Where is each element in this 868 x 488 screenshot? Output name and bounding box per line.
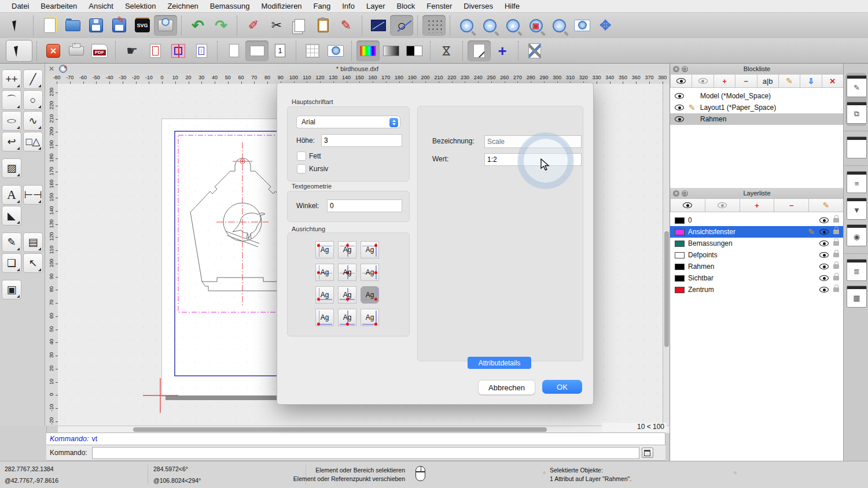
- alignment-button-4[interactable]: Ag: [315, 264, 334, 281]
- line-tools-button[interactable]: ╱: [23, 69, 43, 89]
- cut-button[interactable]: ✂: [265, 15, 288, 36]
- print-preview-button[interactable]: [154, 15, 177, 36]
- layer-lock-icon[interactable]: [833, 241, 839, 246]
- menu-info[interactable]: Info: [336, 2, 361, 10]
- viewport-panel-button[interactable]: [847, 136, 867, 158]
- block-visibility-icon[interactable]: [675, 105, 684, 110]
- block-row-rahmen[interactable]: Rahmen: [670, 113, 844, 125]
- spline-tools-button[interactable]: ∿: [23, 111, 43, 131]
- layer-lock-icon[interactable]: [833, 276, 839, 280]
- add-layer-button[interactable]: +: [740, 198, 775, 212]
- layer-lock-icon[interactable]: [833, 264, 839, 269]
- layer-row-bemassungen[interactable]: Bemassungen: [670, 238, 844, 249]
- attributdetails-button[interactable]: Attributdetails: [468, 357, 531, 369]
- preferences-button[interactable]: [523, 40, 546, 61]
- restriction-off-button[interactable]: ○: [390, 15, 413, 36]
- circle-tools-button[interactable]: ○: [23, 90, 43, 110]
- layer-row-sichtbar[interactable]: Sichtbar: [670, 272, 844, 284]
- paste-button[interactable]: [311, 15, 334, 36]
- cad-tools-button[interactable]: ✎: [2, 232, 21, 252]
- command-line-panel-button[interactable]: ≣: [847, 259, 867, 281]
- undo-button[interactable]: ↶: [186, 15, 209, 36]
- layer-visibility-icon[interactable]: [819, 252, 829, 258]
- ok-button[interactable]: OK: [542, 380, 582, 394]
- layer-lock-icon[interactable]: [833, 253, 839, 257]
- alignment-button-6[interactable]: Ag: [361, 264, 379, 281]
- menu-bemassung[interactable]: Bemassung: [204, 2, 256, 10]
- save-as-button[interactable]: [108, 15, 131, 36]
- layer-visibility-icon[interactable]: [819, 275, 829, 281]
- layer-row-defpoints[interactable]: Defpoints: [670, 249, 844, 261]
- page-count-button[interactable]: 1: [269, 40, 292, 61]
- menu-fenster[interactable]: Fenster: [421, 2, 458, 10]
- blockliste-close-icon[interactable]: ✕: [673, 66, 679, 72]
- layerliste-detach-icon[interactable]: ❐: [682, 190, 688, 197]
- block-tools-button[interactable]: ❏: [2, 253, 21, 273]
- copy-button[interactable]: [288, 15, 311, 36]
- show-all-layers-button[interactable]: [670, 198, 705, 212]
- dimension-tools-button[interactable]: ⊢⊣: [23, 185, 43, 205]
- purge-block-button[interactable]: ✕: [822, 74, 844, 88]
- cancel-button[interactable]: Abbrechen: [478, 380, 535, 395]
- menu-ansicht[interactable]: Ansicht: [83, 2, 119, 10]
- command-input[interactable]: [92, 447, 639, 459]
- zoom-previous-button[interactable]: ←: [547, 15, 571, 36]
- alignment-button-12[interactable]: Ag: [361, 309, 379, 326]
- font-select-stepper-icon[interactable]: [389, 118, 398, 127]
- block-visibility-icon[interactable]: [675, 93, 684, 99]
- insert-block-button[interactable]: ⇩: [800, 74, 822, 88]
- layer-row-rahmen[interactable]: Rahmen: [670, 261, 844, 272]
- close-preview-button[interactable]: ✕: [42, 40, 65, 61]
- arc-tools-button[interactable]: ⌒: [2, 90, 21, 110]
- layer-visibility-icon[interactable]: [819, 241, 829, 246]
- zoom-page-button[interactable]: [324, 40, 347, 61]
- add-block-button[interactable]: +: [714, 74, 735, 88]
- font-select[interactable]: Arial: [296, 116, 400, 128]
- block-row-model-model-space-[interactable]: Model (*Model_Space): [670, 90, 844, 102]
- library-browser-panel-button[interactable]: ⧉: [847, 102, 867, 124]
- ellipse-tools-button[interactable]: ⬭: [2, 111, 21, 131]
- layer-visibility-icon[interactable]: [819, 229, 829, 235]
- hide-all-button[interactable]: [692, 74, 713, 88]
- menu-datei[interactable]: Datei: [6, 2, 35, 10]
- layer-visibility-icon[interactable]: [819, 287, 829, 293]
- save-button[interactable]: [84, 15, 108, 36]
- pan-button[interactable]: ✥: [594, 15, 617, 36]
- hide-all-layers-button[interactable]: [705, 198, 740, 212]
- menu-fang[interactable]: Fang: [308, 2, 337, 10]
- alignment-button-2[interactable]: Ag: [338, 241, 356, 258]
- full-color-button[interactable]: [356, 40, 380, 61]
- layer-row-zentrum[interactable]: Zentrum: [670, 284, 844, 295]
- block-list-panel-button[interactable]: ✎: [847, 75, 867, 97]
- draw-order-button[interactable]: ✐: [242, 15, 265, 36]
- alignment-button-10[interactable]: Ag: [315, 309, 334, 326]
- layer-edit-icon[interactable]: ✎: [808, 227, 815, 236]
- menu-hilfe[interactable]: Hilfe: [499, 2, 525, 10]
- polyline-tools-button[interactable]: ↩: [2, 132, 21, 151]
- remove-layer-button[interactable]: −: [774, 198, 809, 212]
- alignment-button-1[interactable]: Ag: [315, 241, 334, 258]
- menu-layer[interactable]: Layer: [361, 2, 391, 10]
- pdf-export-button[interactable]: PDF: [88, 40, 111, 61]
- alignment-button-5[interactable]: Ag: [338, 264, 356, 281]
- alignment-button-8[interactable]: Ag: [338, 286, 356, 304]
- view-panel-button[interactable]: ◉: [847, 224, 867, 246]
- blockliste-detach-icon[interactable]: ❐: [682, 66, 688, 72]
- kursiv-checkbox[interactable]: [297, 164, 306, 173]
- zoom-selection-button[interactable]: ▣: [524, 15, 547, 36]
- winkel-input[interactable]: [327, 199, 402, 212]
- draft-mode-button[interactable]: [468, 40, 491, 61]
- point-tools-button[interactable]: ++: [2, 69, 21, 89]
- hairlines-button[interactable]: ⋈: [435, 40, 458, 61]
- grid-dots-button[interactable]: [422, 15, 446, 36]
- print-button[interactable]: [65, 40, 88, 61]
- measure-tools-button[interactable]: ▤: [23, 232, 43, 252]
- move-paper-button[interactable]: ☛: [120, 40, 144, 61]
- layerliste-close-icon[interactable]: ✕: [673, 190, 679, 197]
- text-tool-button[interactable]: A: [2, 185, 21, 205]
- edit-layer-button[interactable]: ✎: [809, 198, 844, 212]
- vertical-scrollbar-thumb[interactable]: [664, 231, 669, 347]
- zoom-window-button[interactable]: [571, 15, 594, 36]
- block-row-layout1-paper-space-[interactable]: ✎Layout1 (*Paper_Space): [670, 102, 844, 113]
- menu-zeichnen[interactable]: Zeichnen: [161, 2, 204, 10]
